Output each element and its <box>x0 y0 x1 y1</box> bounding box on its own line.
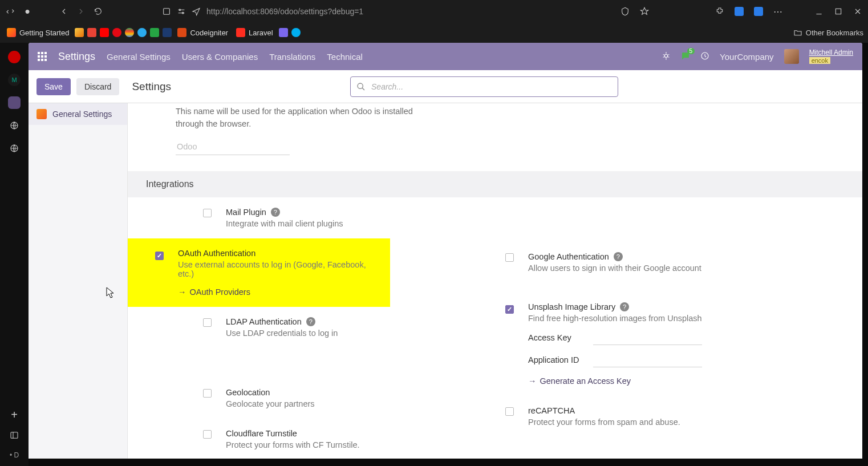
bookmark-icon-maps[interactable] <box>125 28 134 37</box>
bookmark-star-icon[interactable] <box>640 7 649 16</box>
setting-unsplash: Unsplash Image Library? Find free high-r… <box>478 283 740 396</box>
oauth-checkbox[interactable] <box>155 252 164 260</box>
reload-icon[interactable] <box>94 7 103 16</box>
firefox-icon <box>7 28 16 37</box>
globe-icon[interactable] <box>8 119 21 132</box>
fx-pinned-1[interactable] <box>8 51 21 63</box>
url-bar[interactable]: http://localhost:8069/odoo/settings?debu… <box>162 7 595 16</box>
mail-plugin-title: Mail Plugin <box>226 208 266 217</box>
sidebar-general-settings[interactable]: General Settings <box>29 103 127 125</box>
messaging-icon[interactable]: 5 <box>681 51 690 62</box>
permissions-icon[interactable] <box>177 7 186 16</box>
help-icon[interactable]: ? <box>620 302 629 311</box>
setting-google-auth: Google Authentication? Allow users to si… <box>478 242 740 283</box>
database-name: encok <box>809 57 830 64</box>
google-auth-checkbox[interactable] <box>505 253 514 262</box>
unsplash-desc: Find free high-resolution images from Un… <box>528 314 702 323</box>
bookmark-icon-analytics[interactable] <box>75 28 84 37</box>
debug-icon[interactable] <box>662 51 671 62</box>
app-name-helper: This name will be used for the applicati… <box>176 103 415 131</box>
laravel-icon <box>236 28 245 37</box>
oauth-title: OAuth Authentication <box>178 249 255 258</box>
ldap-title: LDAP Authentication <box>226 317 302 326</box>
firefox-vertical-sidebar: M + • D <box>0 43 29 466</box>
user-menu[interactable]: Mitchell Admin encok <box>809 49 853 63</box>
help-icon[interactable]: ? <box>271 208 280 217</box>
recaptcha-checkbox[interactable] <box>505 407 514 416</box>
ext-icon-2[interactable] <box>754 7 763 16</box>
activities-icon[interactable] <box>700 51 709 62</box>
ldap-checkbox[interactable] <box>203 318 212 327</box>
mail-plugin-checkbox[interactable] <box>203 209 212 217</box>
oauth-providers-link[interactable]: OAuth Providers <box>178 287 379 297</box>
bookmark-icon-red[interactable] <box>112 28 121 37</box>
other-bookmarks[interactable]: Other Bookmarks <box>793 28 863 37</box>
bookmark-getting-started[interactable]: Getting Started <box>5 27 71 38</box>
forward-icon[interactable] <box>76 7 86 16</box>
discard-button[interactable]: Discard <box>76 78 119 95</box>
bookmark-icon-youtube[interactable] <box>100 28 109 37</box>
sync-icon[interactable] <box>6 7 15 16</box>
access-key-label: Access Key <box>528 333 585 342</box>
apps-menu-icon[interactable] <box>38 52 47 61</box>
nav-users-companies[interactable]: Users & Companies <box>182 52 258 62</box>
ext-icon-1[interactable] <box>735 7 744 16</box>
not-secure-icon[interactable] <box>192 7 201 16</box>
unsplash-title: Unsplash Image Library <box>528 302 615 311</box>
fx-pinned-odoo[interactable] <box>8 96 21 109</box>
fx-pinned-2[interactable]: M <box>8 74 21 86</box>
bookmark-icon-purple[interactable] <box>279 28 288 37</box>
new-tab-icon[interactable]: + <box>11 408 18 422</box>
google-auth-desc: Allow users to sign in with their Google… <box>528 264 701 273</box>
user-avatar[interactable] <box>784 49 799 64</box>
turnstile-checkbox[interactable] <box>203 430 212 439</box>
nav-general-settings[interactable]: General Settings <box>107 52 171 62</box>
setting-oauth: OAuth Authentication Use external accoun… <box>128 238 390 307</box>
globe-icon-2[interactable] <box>8 142 21 155</box>
company-selector[interactable]: YourCompany <box>720 52 774 62</box>
svg-rect-0 <box>164 9 170 15</box>
sidebar-toggle-icon[interactable] <box>10 431 19 442</box>
bookmark-icon-darkblue[interactable] <box>163 28 172 37</box>
close-window-icon[interactable] <box>853 7 862 16</box>
save-button[interactable]: Save <box>36 78 71 95</box>
odoo-app: Settings General Settings Users & Compan… <box>29 43 862 459</box>
extensions-icon[interactable] <box>715 7 724 16</box>
bookmark-icon-telegram[interactable] <box>137 28 147 37</box>
app-name-input[interactable] <box>176 139 290 155</box>
sidebar-bottom-label: • D <box>10 451 19 459</box>
bookmark-icon-green[interactable] <box>150 28 159 37</box>
other-bookmarks-label: Other Bookmarks <box>806 29 863 37</box>
help-icon[interactable]: ? <box>306 317 315 326</box>
shield-icon[interactable] <box>620 7 630 16</box>
bookmark-icon-gmail[interactable] <box>87 28 96 37</box>
app-title: Settings <box>58 51 95 63</box>
search-box[interactable] <box>350 76 618 97</box>
page-info-icon[interactable] <box>162 7 171 16</box>
chat-count-badge: 5 <box>687 48 695 54</box>
user-name: Mitchell Admin <box>809 49 853 56</box>
back-icon[interactable] <box>59 7 68 16</box>
app-id-input[interactable] <box>593 353 702 367</box>
unsplash-checkbox[interactable] <box>505 305 514 314</box>
bookmark-icon-skype[interactable] <box>291 28 301 37</box>
setting-mail-plugin: Mail Plugin? Integrate with mail client … <box>176 197 438 238</box>
geolocation-checkbox[interactable] <box>203 389 212 398</box>
generate-access-key-link[interactable]: Generate an Access Key <box>528 376 702 386</box>
help-icon[interactable]: ? <box>614 252 623 261</box>
bookmark-laravel[interactable]: Laravel <box>234 27 275 38</box>
access-key-input[interactable] <box>593 331 702 345</box>
bookmark-label: Codeigniter <box>190 29 228 37</box>
bookmark-codeigniter[interactable]: Codeigniter <box>175 27 230 38</box>
overflow-menu-icon[interactable]: ⋯ <box>773 7 782 16</box>
maximize-icon[interactable] <box>834 7 843 16</box>
setting-turnstile: Cloudflare Turnstile Protect your forms … <box>176 419 438 459</box>
search-input[interactable] <box>371 82 612 91</box>
search-icon <box>356 82 366 91</box>
svg-rect-6 <box>11 432 18 439</box>
nav-technical[interactable]: Technical <box>327 52 363 62</box>
minimize-icon[interactable] <box>814 7 824 16</box>
odoo-navbar: Settings General Settings Users & Compan… <box>29 43 862 70</box>
nav-translations[interactable]: Translations <box>269 52 315 62</box>
svg-rect-3 <box>835 9 841 14</box>
